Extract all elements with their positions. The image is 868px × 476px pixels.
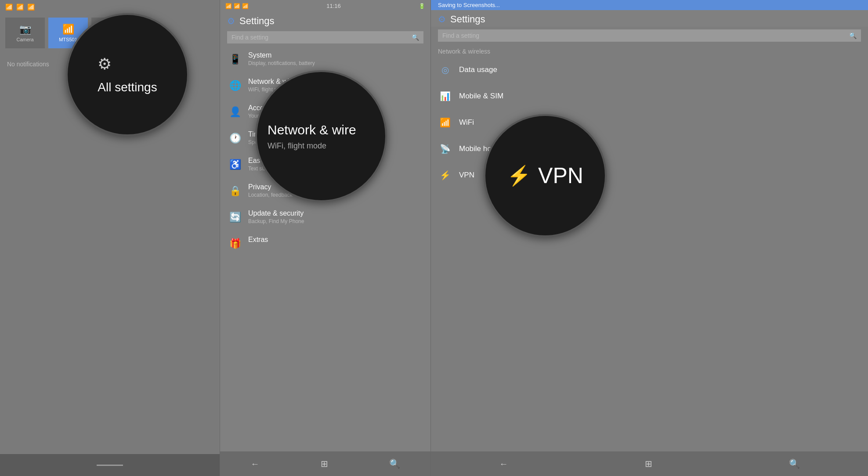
accounts-icon: 👤 [227, 104, 243, 120]
home-button[interactable]: ⊞ [321, 458, 328, 469]
ease-icon: ♿ [227, 157, 243, 173]
panel-notifications: 📶 📶 📶 📷 Camera 📶 MTS501 ✱ Bluetooth No n… [0, 0, 220, 476]
data-usage-title: Data usage [459, 65, 497, 74]
system-title: System [248, 51, 315, 59]
mts501-tile-label: MTS501 [59, 37, 77, 42]
wifi-title: WiFi [459, 118, 474, 127]
network-circle-content: Network & wire WiFi, flight mode [257, 113, 385, 159]
privacy-subtitle: Location, feedback [248, 192, 293, 198]
settings-gear-icon: ⚙ [227, 16, 235, 26]
update-icon: 🔄 [227, 209, 243, 225]
settings-header: ⚙ Settings [220, 12, 430, 29]
panel3-search-button-nav[interactable]: 🔍 [789, 458, 800, 469]
saving-text: Saving to Screenshots... [438, 2, 500, 8]
camera-tile-label: Camera [16, 37, 33, 42]
search-button-nav[interactable]: 🔍 [389, 458, 400, 469]
vpn-title: VPN [459, 171, 474, 180]
phone-status-icons: 📶 📶 📶 [225, 3, 249, 9]
bottom-bar-line [97, 465, 123, 466]
settings-main-title: Settings [239, 15, 275, 27]
network-icon: 🌐 [227, 78, 243, 94]
phone-time: 11:16 [326, 3, 341, 9]
signal-icon-3: 📶 [27, 4, 35, 11]
all-settings-circle-content: ⚙ All settings [89, 46, 166, 103]
extras-title: Extras [248, 236, 268, 244]
network-settings-section-header: Network & wireless [431, 44, 868, 57]
system-icon: 📱 [227, 51, 243, 67]
phone-status-bar: 📶 📶 📶 11:16 🔋 [220, 0, 430, 12]
panel3-home-button[interactable]: ⊞ [645, 458, 652, 469]
wifi-item[interactable]: 📶 WiFi [431, 109, 868, 136]
settings-search-input[interactable] [231, 34, 412, 41]
mobile-sim-title: Mobile & SIM [459, 92, 503, 101]
update-subtitle: Backup, Find My Phone [248, 218, 304, 224]
search-icon: 🔍 [412, 34, 419, 41]
vpn-icon-large: ⚡ [507, 164, 531, 187]
privacy-icon: 🔒 [227, 183, 243, 199]
system-text: System Display, notifications, battery [248, 51, 315, 66]
extras-text: Extras [248, 236, 268, 244]
signal-icon-1: 📶 [5, 4, 13, 11]
vpn-label-large: VPN [538, 163, 583, 188]
all-settings-magnifier[interactable]: ⚙ All settings [66, 13, 189, 136]
vpn-circle-content: ⚡ VPN [498, 154, 592, 197]
phone-battery: 🔋 [419, 3, 425, 9]
status-bar-panel1: 📶 📶 📶 [0, 0, 220, 14]
settings-item-system[interactable]: 📱 System Display, notifications, battery [220, 46, 430, 72]
panel3-settings-header: ⚙ Settings [431, 10, 868, 27]
panel3-back-button[interactable]: ← [499, 459, 508, 469]
update-title: Update & security [248, 209, 304, 217]
settings-item-extras[interactable]: 🎁 Extras [220, 231, 430, 257]
camera-tile[interactable]: 📷 Camera [5, 18, 45, 48]
settings-search-box[interactable]: 🔍 [227, 31, 423, 43]
saving-bar: Saving to Screenshots... [431, 0, 868, 10]
panel-settings-main: 📶 📶 📶 11:16 🔋 ⚙ Settings 🔍 📱 System Disp… [220, 0, 430, 476]
bottom-bar-panel1 [0, 454, 220, 476]
mobile-hotspot-icon: 📡 [438, 142, 452, 156]
vpn-magnifier[interactable]: ⚡ VPN [484, 114, 607, 237]
extras-icon: 🎁 [227, 236, 243, 252]
wifi-icon: 📶 [62, 24, 74, 35]
mobile-sim-item[interactable]: 📊 Mobile & SIM [431, 83, 868, 109]
data-usage-item[interactable]: ◎ Data usage [431, 57, 868, 83]
system-subtitle: Display, notifications, battery [248, 60, 315, 66]
vpn-icon: ⚡ [438, 168, 452, 182]
panel3-search-icon: 🔍 [849, 32, 857, 39]
back-button[interactable]: ← [251, 459, 260, 469]
signal-icon-2: 📶 [16, 4, 24, 11]
wifi-item-icon: 📶 [438, 115, 452, 130]
panel-network-settings: Saving to Screenshots... ⚙ Settings 🔍 Ne… [430, 0, 868, 476]
gear-icon-large: ⚙ [98, 55, 112, 73]
network-magnifier[interactable]: Network & wire WiFi, flight mode [255, 70, 387, 202]
update-text: Update & security Backup, Find My Phone [248, 209, 304, 224]
time-icon: 🕐 [227, 130, 243, 146]
panel3-gear-icon: ⚙ [438, 14, 446, 25]
network-circle-title: Network & wire [268, 122, 356, 138]
panel2-nav-bar: ← ⊞ 🔍 [220, 451, 430, 476]
camera-icon: 📷 [19, 24, 31, 35]
settings-item-update[interactable]: 🔄 Update & security Backup, Find My Phon… [220, 204, 430, 231]
panel3-search-box[interactable]: 🔍 [438, 29, 861, 42]
panel3-nav-bar: ← ⊞ 🔍 [431, 451, 868, 476]
panel3-search-input[interactable] [442, 32, 849, 39]
phone-signal-2: 📶 [234, 3, 240, 9]
phone-signal-3: 📶 [242, 3, 249, 9]
phone-signal-1: 📶 [225, 3, 232, 9]
all-settings-label: All settings [98, 80, 157, 94]
network-circle-subtitle: WiFi, flight mode [268, 141, 326, 151]
data-usage-icon: ◎ [438, 63, 452, 77]
mobile-sim-icon: 📊 [438, 89, 452, 103]
panel3-settings-title: Settings [450, 14, 485, 25]
